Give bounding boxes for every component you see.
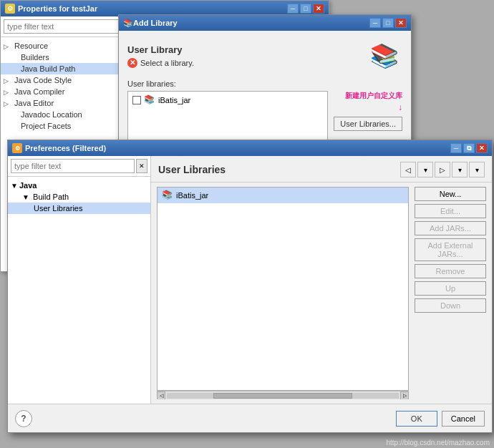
pref-lib-name: iBatis_jar xyxy=(176,191,208,200)
preferences-dialog: ⚙ Preferences (Filtered) ─ ⧉ ✕ ✕ ▼ Java … xyxy=(7,140,493,433)
pref-library-item[interactable]: 📚 iBatis_jar xyxy=(158,188,408,203)
pref-restore[interactable]: ⧉ xyxy=(463,143,475,153)
arrow-icon-3: ▷ xyxy=(4,89,12,96)
pref-list-area[interactable]: 📚 iBatis_jar xyxy=(157,187,409,391)
add-library-controls: ─ □ ✕ xyxy=(369,18,407,28)
pref-toolbar: ◁ ▾ ▷ ▾ ▾ xyxy=(400,162,485,177)
tree-item-javadoc[interactable]: Javadoc Location xyxy=(1,109,132,120)
error-line: ✕ Select a library. xyxy=(127,58,367,68)
add-lib-maximize[interactable]: □ xyxy=(382,18,394,28)
pref-body: 📚 iBatis_jar ◁ ▷ New... xyxy=(151,182,492,404)
h-scroll-track[interactable] xyxy=(167,393,399,399)
h-scroll-right-btn[interactable]: ▷ xyxy=(400,391,409,400)
down-button[interactable]: Down xyxy=(415,298,486,313)
filter-container xyxy=(1,16,132,37)
pref-tree: ▼ Java ▼ Build Path User Libraries xyxy=(8,177,150,217)
pref-title: Preferences (Filtered) xyxy=(25,144,106,152)
pref-title-icon: ⚙ xyxy=(12,143,22,153)
toolbar-dropdown-2-btn[interactable]: ▾ xyxy=(452,162,468,177)
tree-java[interactable]: ▼ Java xyxy=(8,180,150,191)
help-button[interactable]: ? xyxy=(15,410,32,427)
pref-lib-icon: 📚 xyxy=(162,190,173,201)
tree-item-project-facets[interactable]: Project Facets xyxy=(1,120,132,132)
tree-build-path-label: Build Path xyxy=(33,193,69,201)
tree-item-builders[interactable]: Builders xyxy=(1,52,132,63)
toolbar-dropdown-btn[interactable]: ▾ xyxy=(417,162,433,177)
dialog-title-section: User Library ✕ Select a library. xyxy=(127,44,367,68)
tree-build-path[interactable]: ▼ Build Path xyxy=(8,191,150,203)
error-icon: ✕ xyxy=(127,58,137,68)
library-right-section: 新建用户自定义库 ↓ User Libraries... xyxy=(334,91,402,131)
h-scroll-left-btn[interactable]: ◁ xyxy=(157,391,165,400)
pref-filter-input[interactable] xyxy=(11,159,135,173)
pref-minimize[interactable]: ─ xyxy=(450,143,462,153)
properties-title: Properties for testJar xyxy=(18,4,97,13)
tree-item-editor[interactable]: ▷ Java Editor xyxy=(1,97,132,109)
add-jars-button[interactable]: Add JARs... xyxy=(415,221,486,235)
error-message: Select a library. xyxy=(140,59,194,67)
annotation-new-container: 新建用户自定义库 ↓ xyxy=(334,91,402,114)
close-button[interactable]: ✕ xyxy=(313,4,324,14)
library-decorative-icon: 📚 xyxy=(367,38,402,74)
tree-user-libraries[interactable]: User Libraries xyxy=(8,203,150,214)
arrow-icon: ▷ xyxy=(4,43,12,50)
properties-icon: ⚙ xyxy=(5,4,15,14)
edit-button[interactable]: Edit... xyxy=(415,204,486,218)
add-library-title: Add Library xyxy=(133,19,178,27)
properties-controls: ─ □ ✕ xyxy=(287,4,324,14)
tree-item-resource[interactable]: ▷ Resource xyxy=(1,40,132,52)
pref-controls: ─ ⧉ ✕ xyxy=(450,143,488,153)
tree-item-code-style[interactable]: ▷ Java Code Style xyxy=(1,74,132,86)
pref-main: User Libraries ◁ ▾ ▷ ▾ ▾ 📚 iBatis_jar xyxy=(151,156,492,404)
annotation-arrow: ↓ xyxy=(334,102,402,112)
toolbar-forward-btn[interactable]: ▷ xyxy=(435,162,450,177)
properties-filter-input[interactable] xyxy=(4,19,130,34)
filter-clear-btn[interactable]: ✕ xyxy=(136,159,147,173)
tree-item-compiler[interactable]: ▷ Java Compiler xyxy=(1,86,132,97)
arrow-icon-4: ▷ xyxy=(4,100,12,107)
pref-main-header: User Libraries ◁ ▾ ▷ ▾ ▾ xyxy=(151,156,492,182)
maximize-button[interactable]: □ xyxy=(300,4,311,14)
annotation-new-lib: 新建用户自定义库 xyxy=(334,91,402,101)
remove-button[interactable]: Remove xyxy=(415,264,486,278)
add-external-jars-button[interactable]: Add External JARs... xyxy=(415,238,486,261)
pref-content: ✕ ▼ Java ▼ Build Path User Libraries Use… xyxy=(8,156,492,404)
add-library-titlebar: 📚 Add Library ─ □ ✕ xyxy=(119,15,411,31)
pref-bottom: ? OK Cancel xyxy=(8,404,492,432)
pref-ok-button[interactable]: OK xyxy=(396,411,437,427)
expand-java-arrow: ▼ xyxy=(11,182,19,190)
arrow-icon-2: ▷ xyxy=(4,77,12,84)
add-lib-close[interactable]: ✕ xyxy=(395,18,407,28)
lib-item-icon: 📚 xyxy=(144,94,155,106)
library-list-item[interactable]: 📚 iBatis_jar xyxy=(130,93,326,107)
watermark: http://blog.csdn.net/mazhao.com xyxy=(386,439,490,447)
up-button[interactable]: Up xyxy=(415,281,486,296)
pref-bottom-right: OK Cancel xyxy=(396,411,485,427)
new-button[interactable]: New... xyxy=(415,187,486,201)
lib-item-name: iBatis_jar xyxy=(158,96,190,104)
pref-filter-container: ✕ xyxy=(8,156,150,177)
toolbar-menu-btn[interactable]: ▾ xyxy=(469,162,485,177)
pref-close[interactable]: ✕ xyxy=(476,143,488,153)
properties-tree: ▷ Resource Builders Java Build Path ▷ Ja… xyxy=(1,37,132,135)
tree-java-label: Java xyxy=(19,181,37,190)
toolbar-back-btn[interactable]: ◁ xyxy=(400,162,416,177)
pref-cancel-button[interactable]: Cancel xyxy=(442,411,485,427)
dialog-header: User Library ✕ Select a library. 📚 xyxy=(127,38,402,74)
tree-user-libraries-label: User Libraries xyxy=(34,204,82,213)
pref-titlebar: ⚙ Preferences (Filtered) ─ ⧉ ✕ xyxy=(8,140,492,156)
pref-sidebar: ✕ ▼ Java ▼ Build Path User Libraries xyxy=(8,156,151,404)
tree-item-java-build-path[interactable]: Java Build Path xyxy=(1,63,132,74)
pref-main-title: User Libraries xyxy=(158,164,226,175)
expand-build-arrow: ▼ xyxy=(22,193,31,201)
h-scrollbar[interactable]: ◁ ▷ xyxy=(157,391,409,399)
pref-right-buttons: New... Edit... Add JARs... Add External … xyxy=(415,187,486,399)
user-libraries-label: User libraries: xyxy=(127,79,402,88)
add-library-icon: 📚 xyxy=(123,19,133,28)
dialog-heading: User Library xyxy=(127,44,367,55)
minimize-button[interactable]: ─ xyxy=(287,4,299,14)
lib-checkbox[interactable] xyxy=(132,96,141,104)
h-scroll-thumb[interactable] xyxy=(213,393,352,399)
user-libraries-button[interactable]: User Libraries... xyxy=(334,117,402,131)
add-lib-minimize[interactable]: ─ xyxy=(369,18,381,28)
